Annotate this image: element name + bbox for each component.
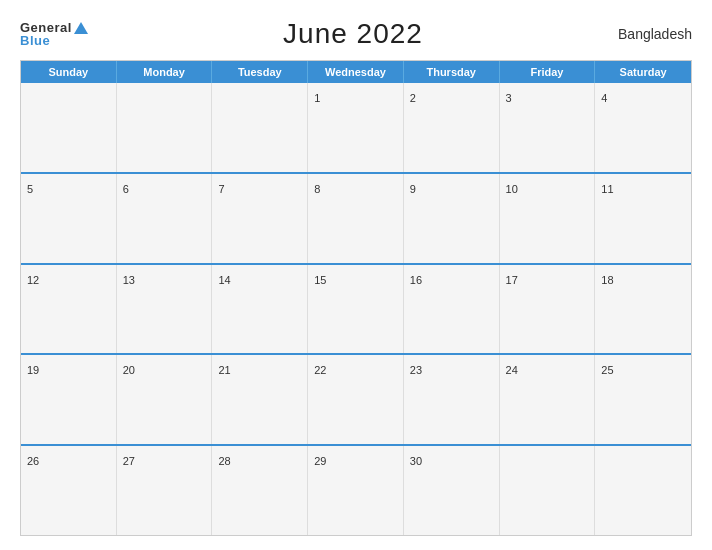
calendar-week: 19202122232425 xyxy=(21,353,691,444)
calendar-body: 1234567891011121314151617181920212223242… xyxy=(21,83,691,535)
day-number: 6 xyxy=(123,183,129,195)
weekday-header: Thursday xyxy=(404,61,500,83)
day-number: 3 xyxy=(506,92,512,104)
page: General Blue June 2022 Bangladesh Sunday… xyxy=(0,0,712,550)
day-number: 22 xyxy=(314,364,326,376)
calendar-day: 21 xyxy=(212,355,308,444)
calendar-day: 28 xyxy=(212,446,308,535)
day-number: 7 xyxy=(218,183,224,195)
day-number: 16 xyxy=(410,274,422,286)
day-number: 30 xyxy=(410,455,422,467)
calendar-day: 20 xyxy=(117,355,213,444)
day-number: 28 xyxy=(218,455,230,467)
calendar-week: 567891011 xyxy=(21,172,691,263)
calendar-day: 10 xyxy=(500,174,596,263)
weekday-header: Friday xyxy=(500,61,596,83)
day-number: 8 xyxy=(314,183,320,195)
weekday-header: Wednesday xyxy=(308,61,404,83)
logo-triangle-icon xyxy=(74,22,88,34)
calendar-day: 13 xyxy=(117,265,213,354)
day-number: 9 xyxy=(410,183,416,195)
day-number: 17 xyxy=(506,274,518,286)
calendar-header: SundayMondayTuesdayWednesdayThursdayFrid… xyxy=(21,61,691,83)
calendar-day: 30 xyxy=(404,446,500,535)
calendar-day: 14 xyxy=(212,265,308,354)
calendar-day: 11 xyxy=(595,174,691,263)
calendar-day: 17 xyxy=(500,265,596,354)
day-number: 18 xyxy=(601,274,613,286)
calendar-day xyxy=(212,83,308,172)
calendar-title: June 2022 xyxy=(283,18,423,50)
day-number: 26 xyxy=(27,455,39,467)
calendar-day: 6 xyxy=(117,174,213,263)
calendar-day: 18 xyxy=(595,265,691,354)
day-number: 21 xyxy=(218,364,230,376)
day-number: 1 xyxy=(314,92,320,104)
calendar-day: 29 xyxy=(308,446,404,535)
calendar-week: 12131415161718 xyxy=(21,263,691,354)
day-number: 20 xyxy=(123,364,135,376)
calendar: SundayMondayTuesdayWednesdayThursdayFrid… xyxy=(20,60,692,536)
day-number: 5 xyxy=(27,183,33,195)
calendar-day: 25 xyxy=(595,355,691,444)
calendar-day: 5 xyxy=(21,174,117,263)
calendar-day xyxy=(117,83,213,172)
calendar-day xyxy=(595,446,691,535)
day-number: 10 xyxy=(506,183,518,195)
day-number: 4 xyxy=(601,92,607,104)
day-number: 2 xyxy=(410,92,416,104)
calendar-day: 4 xyxy=(595,83,691,172)
day-number: 14 xyxy=(218,274,230,286)
calendar-day: 8 xyxy=(308,174,404,263)
calendar-day: 7 xyxy=(212,174,308,263)
weekday-header: Sunday xyxy=(21,61,117,83)
calendar-week: 1234 xyxy=(21,83,691,172)
weekday-header: Saturday xyxy=(595,61,691,83)
day-number: 24 xyxy=(506,364,518,376)
calendar-week: 2627282930 xyxy=(21,444,691,535)
calendar-day xyxy=(500,446,596,535)
day-number: 15 xyxy=(314,274,326,286)
logo-blue-text: Blue xyxy=(20,34,88,47)
calendar-day: 9 xyxy=(404,174,500,263)
day-number: 13 xyxy=(123,274,135,286)
calendar-day: 2 xyxy=(404,83,500,172)
calendar-day: 15 xyxy=(308,265,404,354)
day-number: 27 xyxy=(123,455,135,467)
weekday-header: Monday xyxy=(117,61,213,83)
day-number: 25 xyxy=(601,364,613,376)
calendar-day: 16 xyxy=(404,265,500,354)
calendar-day xyxy=(21,83,117,172)
logo: General Blue xyxy=(20,21,88,47)
day-number: 19 xyxy=(27,364,39,376)
calendar-day: 1 xyxy=(308,83,404,172)
day-number: 11 xyxy=(601,183,613,195)
calendar-day: 19 xyxy=(21,355,117,444)
calendar-day: 26 xyxy=(21,446,117,535)
calendar-day: 24 xyxy=(500,355,596,444)
calendar-day: 27 xyxy=(117,446,213,535)
weekday-header: Tuesday xyxy=(212,61,308,83)
calendar-day: 23 xyxy=(404,355,500,444)
day-number: 12 xyxy=(27,274,39,286)
calendar-day: 12 xyxy=(21,265,117,354)
header: General Blue June 2022 Bangladesh xyxy=(20,18,692,50)
calendar-day: 22 xyxy=(308,355,404,444)
calendar-day: 3 xyxy=(500,83,596,172)
country-label: Bangladesh xyxy=(618,26,692,42)
day-number: 23 xyxy=(410,364,422,376)
day-number: 29 xyxy=(314,455,326,467)
